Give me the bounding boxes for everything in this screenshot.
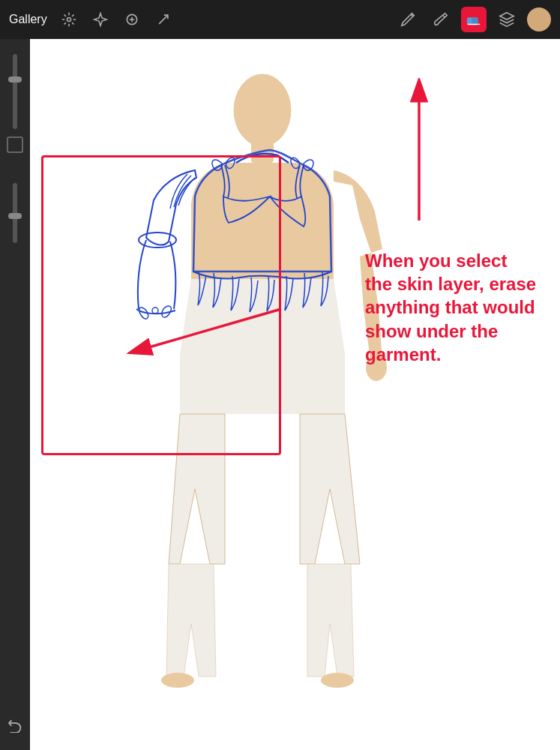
annotation-text: When you select the skin layer, erase an… <box>365 249 538 366</box>
undo-button[interactable] <box>4 714 25 735</box>
smudge-icon[interactable] <box>119 7 145 32</box>
wrench-icon[interactable] <box>56 7 82 32</box>
magic-icon[interactable] <box>88 7 113 32</box>
eraser-tool-icon[interactable] <box>461 7 487 32</box>
svg-point-7 <box>161 673 194 688</box>
transform-icon[interactable] <box>151 7 176 32</box>
brush-tool-icon[interactable] <box>428 7 454 32</box>
color-square[interactable] <box>7 136 23 153</box>
pen-tool-icon[interactable] <box>395 7 421 32</box>
svg-point-0 <box>67 18 70 22</box>
svg-rect-3 <box>472 18 477 24</box>
main-canvas: When you select the skin layer, erase an… <box>30 39 560 750</box>
canvas-area: When you select the skin layer, erase an… <box>0 39 560 750</box>
gallery-button[interactable]: Gallery <box>9 13 47 26</box>
left-sidebar <box>0 39 30 750</box>
size-slider[interactable] <box>13 183 17 243</box>
toolbar: Gallery <box>0 0 560 39</box>
toolbar-right <box>395 7 551 32</box>
user-avatar[interactable] <box>527 8 551 32</box>
layers-icon[interactable] <box>494 7 520 32</box>
opacity-slider[interactable] <box>13 54 17 129</box>
svg-point-5 <box>234 74 291 146</box>
svg-point-8 <box>321 673 354 688</box>
svg-line-15 <box>139 309 281 350</box>
arrow-inner <box>120 294 285 372</box>
arrow-top <box>389 78 449 231</box>
